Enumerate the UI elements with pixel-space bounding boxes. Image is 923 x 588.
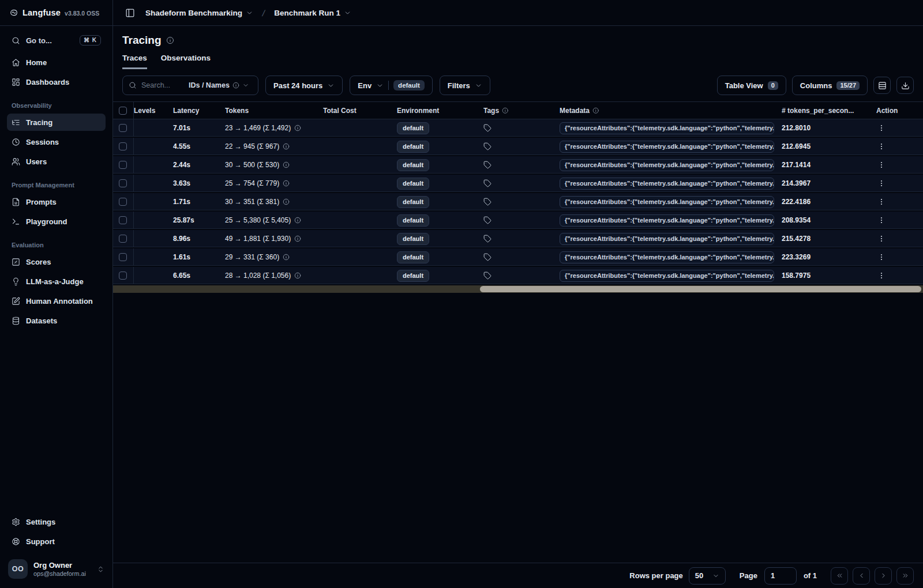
- horizontal-scrollbar[interactable]: [113, 285, 923, 293]
- sidebar-item-prompts[interactable]: Prompts: [7, 193, 106, 210]
- metadata-cell[interactable]: {"resourceAttributes":{"telemetry.sdk.la…: [560, 159, 782, 171]
- tab-observations[interactable]: Observations: [161, 54, 211, 69]
- app-header[interactable]: Langfuse v3.83.0 OSS: [0, 0, 112, 26]
- metadata-cell[interactable]: {"resourceAttributes":{"telemetry.sdk.la…: [560, 122, 782, 134]
- info-icon[interactable]: [294, 125, 301, 131]
- table-row[interactable]: 6.65s 28 → 1,028 (Σ 1,056) default {"res…: [113, 267, 923, 285]
- search-mode-select[interactable]: IDs / Names: [189, 81, 249, 89]
- row-actions-button[interactable]: [868, 216, 923, 224]
- sidebar-item-dashboards[interactable]: Dashboards: [7, 73, 106, 91]
- row-actions-button[interactable]: [868, 124, 923, 132]
- next-page-button[interactable]: [875, 567, 892, 585]
- row-checkbox[interactable]: [119, 216, 127, 224]
- rows-per-page-select[interactable]: 50: [689, 567, 726, 585]
- metadata-cell[interactable]: {"resourceAttributes":{"telemetry.sdk.la…: [560, 141, 782, 153]
- table-row[interactable]: 8.96s 49 → 1,881 (Σ 1,930) default {"res…: [113, 230, 923, 248]
- info-icon[interactable]: [283, 198, 290, 205]
- tags-cell[interactable]: [483, 198, 560, 206]
- row-actions-button[interactable]: [868, 253, 923, 261]
- user-menu[interactable]: OO Org Owner ops@shadeform.ai: [0, 552, 112, 588]
- table-row[interactable]: 3.63s 25 → 754 (Σ 779) default {"resourc…: [113, 175, 923, 193]
- sidebar-item-home[interactable]: Home: [7, 54, 106, 71]
- info-icon[interactable]: [283, 180, 290, 187]
- scrollbar-thumb[interactable]: [480, 286, 921, 292]
- row-checkbox[interactable]: [119, 198, 127, 206]
- row-height-button[interactable]: [873, 77, 891, 94]
- search-box[interactable]: IDs / Names: [122, 76, 258, 95]
- tags-cell[interactable]: [483, 272, 560, 280]
- metadata-pill[interactable]: {"resourceAttributes":{"telemetry.sdk.la…: [560, 178, 774, 190]
- tags-cell[interactable]: [483, 142, 560, 150]
- table-view-button[interactable]: Table View 0: [717, 76, 786, 95]
- table-row[interactable]: 1.61s 29 → 331 (Σ 360) default {"resourc…: [113, 248, 923, 267]
- metadata-cell[interactable]: {"resourceAttributes":{"telemetry.sdk.la…: [560, 214, 782, 227]
- column-header-levels[interactable]: Levels: [134, 107, 173, 115]
- row-actions-button[interactable]: [868, 272, 923, 280]
- sidebar-item-users[interactable]: Users: [7, 153, 106, 170]
- search-input[interactable]: [141, 81, 184, 89]
- select-all-checkbox[interactable]: [119, 107, 127, 115]
- previous-page-button[interactable]: [853, 567, 870, 585]
- tags-cell[interactable]: [483, 179, 560, 187]
- row-checkbox[interactable]: [119, 235, 127, 243]
- info-icon[interactable]: [283, 161, 290, 168]
- info-icon[interactable]: [166, 36, 174, 44]
- row-actions-button[interactable]: [868, 198, 923, 206]
- sidebar-toggle-button[interactable]: [122, 5, 137, 20]
- info-icon[interactable]: [294, 272, 301, 279]
- sidebar-item-playground[interactable]: Playground: [7, 213, 106, 230]
- row-checkbox[interactable]: [119, 161, 127, 169]
- metadata-cell[interactable]: {"resourceAttributes":{"telemetry.sdk.la…: [560, 270, 782, 282]
- sidebar-item-datasets[interactable]: Datasets: [7, 312, 106, 329]
- sidebar-item-settings[interactable]: Settings: [7, 513, 106, 530]
- tags-cell[interactable]: [483, 161, 560, 169]
- table-row[interactable]: 2.44s 30 → 500 (Σ 530) default {"resourc…: [113, 156, 923, 175]
- column-header-tokens[interactable]: Tokens: [225, 107, 323, 115]
- row-checkbox[interactable]: [119, 272, 127, 280]
- export-button[interactable]: [896, 77, 914, 94]
- row-actions-button[interactable]: [868, 161, 923, 169]
- row-actions-button[interactable]: [868, 142, 923, 150]
- sidebar-item-sessions[interactable]: Sessions: [7, 133, 106, 150]
- goto-search[interactable]: Go to... ⌘ K: [7, 32, 106, 49]
- tags-cell[interactable]: [483, 124, 560, 132]
- column-header-tags[interactable]: Tags: [483, 107, 560, 115]
- info-icon[interactable]: [283, 143, 290, 150]
- filters-button[interactable]: Filters: [440, 76, 490, 95]
- columns-button[interactable]: Columns 15/27: [792, 76, 868, 95]
- sidebar-item-tracing[interactable]: Tracing: [7, 114, 106, 131]
- metadata-cell[interactable]: {"resourceAttributes":{"telemetry.sdk.la…: [560, 251, 782, 263]
- metadata-cell[interactable]: {"resourceAttributes":{"telemetry.sdk.la…: [560, 233, 782, 245]
- table-row[interactable]: 7.01s 23 → 1,469 (Σ 1,492) default {"res…: [113, 119, 923, 138]
- row-checkbox[interactable]: [119, 253, 127, 261]
- first-page-button[interactable]: [831, 567, 848, 585]
- table-row[interactable]: 4.55s 22 → 945 (Σ 967) default {"resourc…: [113, 138, 923, 156]
- last-page-button[interactable]: [896, 567, 914, 585]
- metadata-pill[interactable]: {"resourceAttributes":{"telemetry.sdk.la…: [560, 233, 774, 245]
- breadcrumb-org[interactable]: Shadeform Benchmarking: [145, 9, 253, 17]
- column-header-latency[interactable]: Latency: [173, 107, 225, 115]
- sidebar-item-llm-as-a-judge[interactable]: LLM-as-a-Judge: [7, 273, 106, 290]
- column-header-environment[interactable]: Environment: [397, 107, 483, 115]
- sidebar-item-scores[interactable]: Scores: [7, 253, 106, 270]
- row-checkbox[interactable]: [119, 124, 127, 132]
- metadata-cell[interactable]: {"resourceAttributes":{"telemetry.sdk.la…: [560, 196, 782, 208]
- info-icon[interactable]: [294, 235, 301, 242]
- tab-traces[interactable]: Traces: [122, 54, 147, 69]
- column-header-metadata[interactable]: Metadata: [560, 107, 782, 115]
- info-icon[interactable]: [294, 217, 301, 224]
- time-range-button[interactable]: Past 24 hours: [265, 76, 343, 95]
- metadata-pill[interactable]: {"resourceAttributes":{"telemetry.sdk.la…: [560, 159, 774, 171]
- sidebar-item-support[interactable]: Support: [7, 533, 106, 550]
- metadata-cell[interactable]: {"resourceAttributes":{"telemetry.sdk.la…: [560, 178, 782, 190]
- sidebar-item-human-annotation[interactable]: Human Annotation: [7, 292, 106, 310]
- page-number-input[interactable]: [764, 567, 797, 585]
- row-checkbox[interactable]: [119, 179, 127, 187]
- table-row[interactable]: 25.87s 25 → 5,380 (Σ 5,405) default {"re…: [113, 212, 923, 230]
- table-row[interactable]: 1.71s 30 → 351 (Σ 381) default {"resourc…: [113, 193, 923, 212]
- row-actions-button[interactable]: [868, 235, 923, 243]
- breadcrumb-project[interactable]: Benchmark Run 1: [274, 9, 351, 17]
- env-filter-button[interactable]: Env default: [350, 76, 433, 95]
- tags-cell[interactable]: [483, 235, 560, 243]
- column-header-tokens-per-second[interactable]: # tokens_per_secon...: [782, 107, 868, 115]
